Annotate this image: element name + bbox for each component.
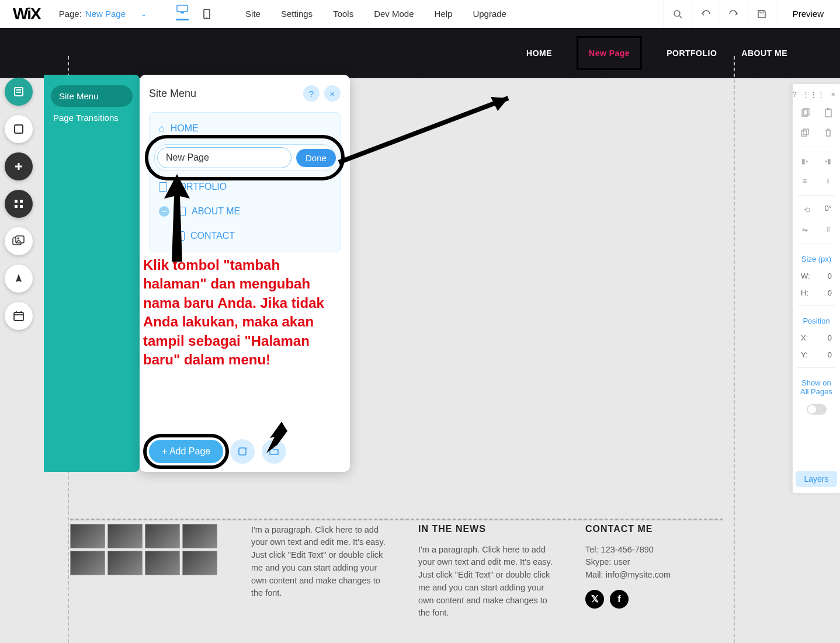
thumbnail[interactable]: [70, 524, 105, 548]
thumbnail[interactable]: [145, 551, 180, 575]
rotate-icon[interactable]: ⟲: [801, 204, 813, 216]
thumbnail[interactable]: [107, 524, 143, 548]
background-tool-icon[interactable]: [5, 115, 33, 143]
thumbnail[interactable]: [107, 551, 143, 575]
width-value[interactable]: 0: [828, 272, 832, 280]
add-folder-icon[interactable]: [262, 439, 286, 464]
footer-paragraph[interactable]: I'm a paragraph. Click here to add your …: [418, 544, 556, 620]
preview-button[interactable]: Preview: [776, 0, 840, 28]
contact-line: Skype: user: [585, 556, 723, 569]
y-value[interactable]: 0: [828, 350, 832, 359]
height-value[interactable]: 0: [828, 289, 832, 297]
menu-tools[interactable]: Tools: [333, 9, 353, 19]
panel-header: Site Menu ? ×: [149, 85, 341, 102]
help-icon[interactable]: ?: [792, 90, 796, 99]
mobile-icon[interactable]: [200, 8, 213, 20]
x-value[interactable]: 0: [828, 333, 832, 342]
show-all-label: Show on All Pages: [797, 378, 835, 396]
add-page-button[interactable]: + Add Page: [149, 440, 223, 463]
menu-item-contact[interactable]: CONTACT: [153, 224, 336, 248]
nav-portfolio[interactable]: PORTFOLIO: [667, 48, 717, 58]
menu-item-about[interactable]: − ABOUT ME: [153, 199, 336, 224]
thumbnail[interactable]: [70, 551, 105, 575]
pages-side-panel: Site Menu Page Transitions: [44, 75, 140, 472]
menu-site[interactable]: Site: [245, 9, 261, 19]
menu-item-portfolio[interactable]: PORTFOLIO: [153, 175, 336, 199]
add-tool-icon[interactable]: [5, 152, 33, 180]
svg-rect-0: [177, 5, 188, 12]
help-icon[interactable]: ?: [303, 85, 320, 102]
nav-home[interactable]: HOME: [526, 48, 552, 58]
page-selector[interactable]: Page: New Page ⌄: [53, 9, 158, 19]
wix-logo: WiX: [0, 5, 53, 23]
current-page-name: New Page: [85, 9, 126, 19]
left-tool-rail: [5, 78, 33, 330]
paste-icon[interactable]: [822, 107, 834, 119]
desktop-icon[interactable]: [176, 8, 189, 20]
close-icon[interactable]: ×: [831, 90, 835, 99]
done-button[interactable]: Done: [296, 149, 336, 167]
facebook-icon[interactable]: f: [610, 590, 629, 609]
nav-about[interactable]: ABOUT ME: [741, 48, 787, 58]
pages-tool-icon[interactable]: [5, 78, 33, 106]
menu-item-label: CONTACT: [190, 231, 235, 241]
delete-icon[interactable]: [822, 127, 834, 138]
drag-handle-icon[interactable]: ⋮⋮⋮: [802, 90, 825, 99]
footer-paragraph[interactable]: I'm a paragraph. Click here to add your …: [251, 524, 389, 600]
align-right-icon[interactable]: ▪▮: [822, 155, 834, 167]
nav-new-page[interactable]: New Page: [577, 36, 642, 70]
undo-icon[interactable]: [692, 0, 720, 28]
blog-tool-icon[interactable]: [5, 265, 33, 293]
copy-icon[interactable]: [799, 107, 811, 119]
tab-site-menu[interactable]: Site Menu: [51, 85, 133, 107]
menu-upgrade[interactable]: Upgrade: [473, 9, 506, 19]
bookings-tool-icon[interactable]: [5, 302, 33, 330]
footer-heading: CONTACT ME: [585, 524, 723, 534]
footer-col-whats-new: I'm a paragraph. Click here to add your …: [251, 524, 389, 620]
svg-point-19: [18, 238, 19, 239]
show-all-toggle[interactable]: [807, 404, 827, 415]
collapse-icon[interactable]: −: [159, 206, 169, 217]
y-label: Y:: [801, 350, 808, 359]
thumbnail[interactable]: [182, 524, 217, 548]
menu-devmode[interactable]: Dev Mode: [374, 9, 414, 19]
thumbnail[interactable]: [145, 524, 180, 548]
guide-line: [734, 56, 735, 643]
footer-heading: IN THE NEWS: [418, 524, 556, 534]
menu-item-home[interactable]: ⌂ HOME: [153, 116, 336, 141]
tab-page-transitions[interactable]: Page Transitions: [44, 107, 140, 128]
menu-item-label: PORTFOLIO: [173, 182, 227, 192]
svg-rect-13: [15, 200, 18, 203]
media-tool-icon[interactable]: [5, 227, 33, 255]
social-icons: 𝕏 f: [585, 590, 723, 609]
svg-rect-16: [20, 205, 23, 208]
menu-settings[interactable]: Settings: [281, 9, 313, 19]
top-actions: Preview: [664, 0, 840, 28]
search-icon[interactable]: [664, 0, 692, 28]
site-header-preview: HOME New Page PORTFOLIO ABOUT ME: [0, 28, 840, 78]
menu-help[interactable]: Help: [435, 9, 453, 19]
close-icon[interactable]: ×: [324, 85, 341, 102]
page-icon: [178, 207, 186, 216]
align-left-icon[interactable]: ▮▪: [799, 155, 811, 167]
thumbnail[interactable]: [182, 551, 217, 575]
add-link-icon[interactable]: +: [230, 439, 255, 464]
footer-col-news: IN THE NEWS I'm a paragraph. Click here …: [418, 524, 556, 620]
apps-tool-icon[interactable]: [5, 190, 33, 218]
distribute-h-icon[interactable]: ≡: [799, 175, 811, 187]
panel-footer: + Add Page +: [149, 439, 341, 464]
redo-icon[interactable]: [720, 0, 748, 28]
flip-h-icon[interactable]: ⇋: [799, 224, 811, 235]
page-name-input[interactable]: [157, 147, 291, 168]
twitter-icon[interactable]: 𝕏: [585, 590, 604, 609]
x-label: X:: [801, 333, 808, 342]
layers-button[interactable]: Layers: [796, 471, 836, 487]
svg-rect-14: [20, 200, 23, 203]
rotation-value: 0°: [825, 204, 832, 216]
duplicate-icon[interactable]: [799, 127, 811, 138]
distribute-v-icon[interactable]: ⦀: [822, 175, 834, 187]
flip-v-icon[interactable]: ⥯: [822, 224, 834, 235]
svg-line-26: [339, 98, 508, 162]
save-icon[interactable]: [748, 0, 776, 28]
svg-line-5: [679, 16, 682, 18]
